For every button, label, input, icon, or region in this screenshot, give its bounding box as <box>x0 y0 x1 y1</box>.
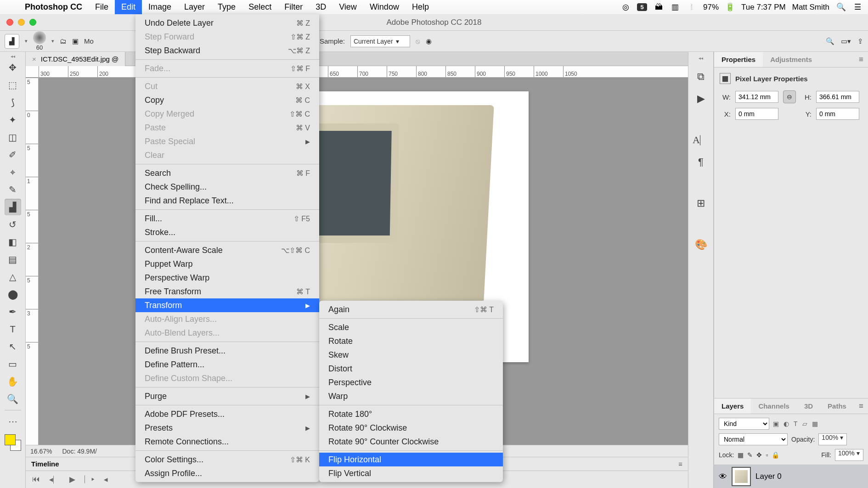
grid-icon[interactable]: ⊞ <box>697 197 705 209</box>
chevron-down-icon[interactable]: ▾ <box>25 38 28 44</box>
filter-type-icon[interactable]: T <box>794 420 798 427</box>
visibility-icon[interactable]: 👁 <box>719 472 727 482</box>
play-icon[interactable]: ▶ <box>69 475 75 484</box>
brush-panel-icon[interactable]: 🗂 <box>60 37 67 45</box>
close-window[interactable] <box>6 19 13 26</box>
menu-item[interactable]: Rotate 180° <box>319 407 503 421</box>
binoculars-icon[interactable]: 🏔 <box>654 3 664 12</box>
menu-item[interactable]: Warp <box>319 389 503 403</box>
clone-source-icon[interactable]: ▣ <box>72 37 79 45</box>
layer-name[interactable]: Layer 0 <box>755 472 782 481</box>
paths-tab[interactable]: Paths <box>820 398 854 414</box>
menu-3d[interactable]: 3D <box>309 0 333 14</box>
ruler-horizontal[interactable]: 300 250 200 550 600 650 700 750 800 850 … <box>26 66 688 78</box>
panel-menu-icon[interactable]: ≡ <box>854 52 868 67</box>
cc-icon[interactable]: ◎ <box>620 2 631 12</box>
menu-item[interactable]: Content-Aware Scale⌥⇧⌘ C <box>135 243 319 257</box>
zoom-window[interactable] <box>29 19 36 26</box>
menu-item[interactable]: Again⇧⌘ T <box>319 303 503 316</box>
menu-item[interactable]: Step Backward⌥⌘ Z <box>135 44 319 57</box>
panel-handle[interactable]: ◂◂ <box>4 54 22 58</box>
menu-edit[interactable]: Edit <box>115 0 142 14</box>
lock-trans-icon[interactable]: ▦ <box>738 451 744 459</box>
height-input[interactable] <box>816 91 859 103</box>
ruler-vertical[interactable]: 5 0 5 1 5 2 5 3 5 <box>26 78 39 445</box>
menu-item[interactable]: Search⌘ F <box>135 166 319 180</box>
color-swatches[interactable] <box>5 434 21 451</box>
panel-menu-icon[interactable]: ≡ <box>854 398 868 414</box>
menu-view[interactable]: View <box>333 0 363 14</box>
brush-preview[interactable] <box>33 31 46 44</box>
lasso-tool[interactable]: ⟆ <box>5 94 21 111</box>
next-frame-icon[interactable]: ⎸▸ <box>85 475 95 484</box>
eraser-tool[interactable]: ◧ <box>5 234 21 250</box>
lock-paint-icon[interactable]: ✎ <box>747 451 753 459</box>
menu-item[interactable]: Skew <box>319 348 503 362</box>
search-icon[interactable]: 🔍 <box>826 37 834 45</box>
layer-row[interactable]: 👁 Layer 0 <box>714 465 868 488</box>
edit-toolbar[interactable]: ⋯ <box>5 413 21 430</box>
menu-item[interactable]: Distort <box>319 362 503 376</box>
quick-select-tool[interactable]: ✦ <box>5 112 21 128</box>
eyedropper-tool[interactable]: ✐ <box>5 146 21 163</box>
opacity-input[interactable]: 100% ▾ <box>818 433 847 445</box>
crop-tool[interactable]: ◫ <box>5 129 21 146</box>
menu-item[interactable]: Adobe PDF Presets... <box>135 407 319 421</box>
menu-item[interactable]: Copy⌘ C <box>135 93 319 107</box>
healing-tool[interactable]: ⌖ <box>5 164 21 180</box>
menu-window[interactable]: Window <box>363 0 406 14</box>
x-input[interactable] <box>735 108 778 120</box>
menu-filter[interactable]: Filter <box>278 0 309 14</box>
menu-item[interactable]: Color Settings...⇧⌘ K <box>135 453 319 466</box>
battery-percent[interactable]: 97% <box>703 3 719 12</box>
menu-select[interactable]: Select <box>242 0 278 14</box>
dock-handle[interactable]: ◂◂ <box>699 56 703 61</box>
user-name[interactable]: Matt Smith <box>792 3 829 12</box>
chevron-down-icon[interactable]: ▾ <box>51 38 54 44</box>
menu-item[interactable]: Transform▶ <box>135 298 319 312</box>
filter-kind-select[interactable]: Kind <box>719 418 769 430</box>
lock-artboard-icon[interactable]: ▫ <box>766 451 768 459</box>
layer-thumb[interactable] <box>732 467 751 486</box>
shape-tool[interactable]: ▭ <box>5 356 21 372</box>
ignore-adj-icon[interactable]: ⦸ <box>416 37 420 45</box>
marquee-tool[interactable]: ⬚ <box>5 77 21 93</box>
properties-tab[interactable]: Properties <box>714 52 763 67</box>
move-tool[interactable]: ✥ <box>5 59 21 76</box>
menu-item[interactable]: Flip Vertical <box>319 466 503 480</box>
play-dock-icon[interactable]: ▶ <box>697 93 705 105</box>
width-input[interactable] <box>735 91 778 103</box>
menu-item[interactable]: Rotate <box>319 334 503 348</box>
menu-item[interactable]: Flip Horizontal <box>319 453 503 466</box>
pressure-icon[interactable]: ◉ <box>426 37 432 45</box>
menu-item[interactable]: Fill...⇧ F5 <box>135 212 319 225</box>
path-select-tool[interactable]: ↖ <box>5 338 21 355</box>
menu-item[interactable]: Perspective <box>319 376 503 389</box>
menu-item[interactable]: Perspective Warp <box>135 271 319 285</box>
brush-tool[interactable]: ✎ <box>5 181 21 198</box>
menu-item[interactable]: Free Transform⌘ T <box>135 285 319 298</box>
list-icon[interactable]: ☰ <box>852 2 862 12</box>
char-icon[interactable]: A⎸ <box>693 134 709 146</box>
filter-shape-icon[interactable]: ▱ <box>802 420 807 427</box>
blend-mode-select[interactable]: Normal <box>719 433 788 445</box>
hand-tool[interactable]: ✋ <box>5 373 21 390</box>
menu-image[interactable]: Image <box>142 0 178 14</box>
menu-type[interactable]: Type <box>211 0 242 14</box>
timeline-label[interactable]: Timeline <box>31 460 59 468</box>
tool-preset-picker[interactable]: ▟ <box>5 34 19 49</box>
workspace-icon[interactable]: ▭▾ <box>841 37 851 45</box>
type-tool[interactable]: T <box>5 321 21 337</box>
menu-item[interactable]: Assign Profile... <box>135 466 319 480</box>
channels-tab[interactable]: Channels <box>751 398 797 414</box>
fg-color[interactable] <box>5 434 16 445</box>
panel-menu-icon[interactable]: ≡ <box>678 460 682 468</box>
lock-pos-icon[interactable]: ✥ <box>756 451 762 459</box>
filter-adj-icon[interactable]: ◐ <box>783 420 789 427</box>
adjustments-tab[interactable]: Adjustments <box>763 52 819 67</box>
dodge-tool[interactable]: ⬤ <box>5 286 21 303</box>
swatches-icon[interactable]: 🎨 <box>695 239 707 251</box>
menu-item[interactable]: Rotate 90° Counter Clockwise <box>319 435 503 449</box>
fill-input[interactable]: 100% ▾ <box>835 449 863 461</box>
menu-item[interactable]: Define Brush Preset... <box>135 344 319 358</box>
